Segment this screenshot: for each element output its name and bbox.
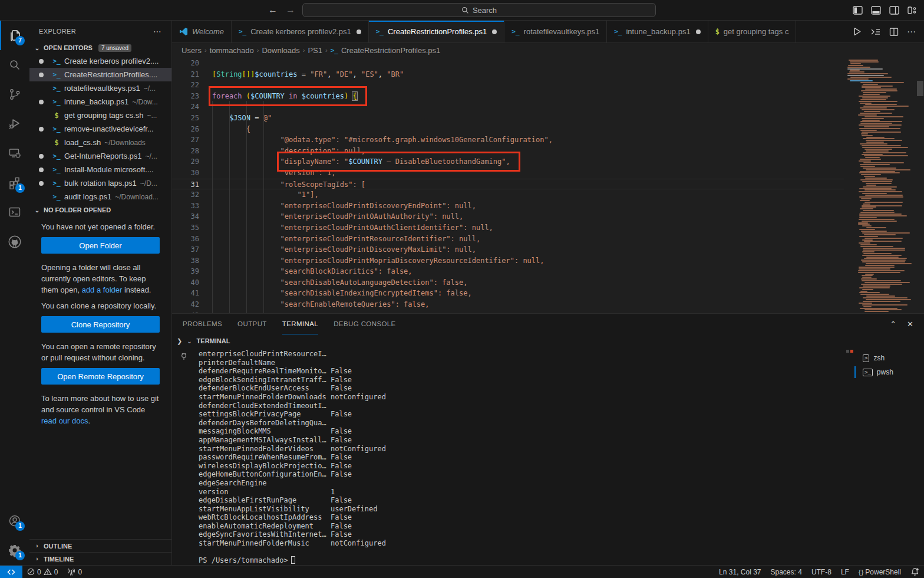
activity-extensions[interactable]: 1 [0,168,29,198]
terminal-instance-zsh[interactable]: >zsh [854,351,924,365]
open-editor-item[interactable]: >_CreateRestrictionProfiles.... [29,68,171,81]
activity-run-debug[interactable] [0,109,29,139]
line-number: 28 [172,146,199,157]
cursor-position[interactable]: Ln 31, Col 37 [714,568,765,576]
status-bar: 0 0 0 Ln 31, Col 37 Spaces: 4 UTF-8 LF {… [0,565,924,578]
line-number: 34 [172,211,199,222]
sidebar-title: EXPLORER [39,28,76,35]
panel-tab-terminal[interactable]: TERMINAL [282,314,318,334]
open-editor-item[interactable]: >_rotatefilevaultkeys.ps1~/... [29,81,171,95]
editor-tab[interactable]: >_Create kerberos profilev2.ps1 [232,21,369,42]
activity-github[interactable] [0,227,29,257]
line-number: 33 [172,201,199,212]
indentation[interactable]: Spaces: 4 [766,568,807,576]
panel-tab-problems[interactable]: PROBLEMS [183,314,222,334]
split-editor-icon[interactable] [889,27,899,37]
terminal-setting-value: False [331,376,352,384]
code-line: 33"enterpriseCloudPrintDiscoveryEndPoint… [172,201,844,212]
activity-settings[interactable]: 1 [0,536,29,565]
powershell-file-icon: >_ [52,57,61,65]
ports-status[interactable]: 0 [62,566,87,578]
toggle-sidebar-icon[interactable] [853,6,863,15]
terminal-setting-name: edgeBlockSendingIntranetTraff… [199,376,331,385]
panel-left-chevron-icon[interactable]: ❯ [177,337,182,345]
breadcrumb-item[interactable]: PS1 [308,46,322,55]
language-icon: { } [859,569,863,576]
panel-maximize-icon[interactable]: ⌃ [890,320,896,329]
open-folder-button[interactable]: Open Folder [41,237,160,254]
open-editor-item[interactable]: >_Create kerberos profilev2.... [29,54,171,68]
terminal-row: enterpriseCloudPrintResourceI… [199,350,845,359]
run-in-terminal-icon[interactable] [870,27,881,37]
more-actions-icon[interactable]: ⋯ [907,27,916,37]
activity-terminal[interactable] [0,198,29,227]
customize-layout-icon[interactable] [908,6,917,15]
clone-repository-button[interactable]: Clone Repository [41,316,160,333]
editor-group: Welcome>_Create kerberos profilev2.ps1>_… [172,21,924,565]
open-editor-item[interactable]: >_remove-unactivedevicefr... [29,122,171,136]
notifications[interactable] [906,567,924,576]
open-editor-item[interactable]: $load_cs.sh~/Downloads [29,136,171,149]
problems-status[interactable]: 0 0 [22,566,62,578]
line-content: [String[]]$countries = "FR", "DE", "ES",… [212,69,404,80]
unsaved-dot-icon [39,100,44,104]
explorer-more-actions-icon[interactable]: ⋯ [153,27,162,36]
panel-close-icon[interactable]: ✕ [907,320,913,329]
scrollbar-thumb[interactable] [917,81,923,96]
open-editor-item[interactable]: >_Get-IntuneReports.ps1~/... [29,149,171,163]
forward-icon[interactable]: → [286,5,295,15]
terminal-tabs-list: >zsh>_pwsh [854,347,924,565]
panel-tab-debug-console[interactable]: DEBUG CONSOLE [334,314,396,334]
language-mode[interactable]: { } PowerShell [854,568,906,576]
activity-accounts[interactable]: 1 [0,506,29,536]
terminal-instance-pwsh[interactable]: >_pwsh [854,365,924,379]
toggle-secondary-sidebar-icon[interactable] [889,6,899,15]
terminal-row: defenderRequireRealTimeMonito…False [199,367,845,376]
line-content: "version": 1, [212,168,336,179]
terminal-row: edgeBlockSendingIntranetTraff…False [199,376,845,385]
encoding[interactable]: UTF-8 [807,568,836,576]
back-icon[interactable]: ← [268,5,278,15]
outline-section-header[interactable]: › OUTLINE [29,539,171,552]
read-our-docs-link[interactable]: read our docs [41,416,88,425]
editor-tab[interactable]: >_rotatefilevaultkeys.ps1 [504,21,607,42]
editor-tab[interactable]: Welcome [172,21,232,42]
activity-explorer[interactable]: 7 [0,21,29,50]
editor-tab[interactable]: >_intune_backup.ps1 [607,21,708,42]
activity-search[interactable] [0,50,29,80]
editor-tab[interactable]: >_CreateRestrictionProfiles.ps1 [369,21,505,42]
remote-explorer-icon [8,146,22,160]
accounts-badge: 1 [15,521,25,531]
activity-source-control[interactable] [0,80,29,109]
open-editor-item[interactable]: >_bulk rotation laps.ps1~/D... [29,176,171,190]
remote-indicator[interactable] [0,566,22,578]
open-editor-item[interactable]: >_Install-Module microsoft.... [29,163,171,176]
open-editors-header[interactable]: ⌄ OPEN EDITORS 7 unsaved [29,41,171,54]
chevron-down-icon[interactable]: ⌄ [187,338,192,344]
panel-tab-output[interactable]: OUTPUT [237,314,267,334]
run-file-icon[interactable] [852,27,862,37]
breadcrumb-item[interactable]: tommachado [210,46,254,55]
editor-scrollbar[interactable] [916,57,924,313]
terminal-body[interactable]: enterpriseCloudPrintResourceI…printerDef… [172,347,924,565]
breadcrumb-item[interactable]: Users [182,46,202,55]
line-content: "enterpriseCloudPrintDiscoveryEndPoint":… [212,201,476,212]
open-editor-item[interactable]: >_audit logs.ps1~/Download... [29,190,171,203]
breadcrumb-file[interactable]: CreateRestrictionProfiles.ps1 [341,46,440,55]
minimap[interactable] [844,57,916,313]
source-control-icon [8,87,22,101]
add-folder-link[interactable]: add a folder [82,285,123,294]
eol-sequence[interactable]: LF [836,568,854,576]
toggle-panel-icon[interactable] [871,6,881,15]
timeline-section-header[interactable]: › TIMELINE [29,552,171,565]
open-editor-item[interactable]: $get grouping tags cs.sh~... [29,109,171,122]
open-remote-repository-button[interactable]: Open Remote Repository [41,368,160,385]
no-folder-header[interactable]: ⌄ NO FOLDER OPENED [29,203,171,216]
editor-tab[interactable]: $get grouping tags c [708,21,797,42]
activity-remote-explorer[interactable] [0,139,29,168]
terminal-prompt[interactable]: PS /Users/tommachado> [199,556,845,565]
editor-pane[interactable]: 2021[String[]]$countries = "FR", "DE", "… [172,57,924,313]
breadcrumb-item[interactable]: Downloads [262,46,299,55]
command-center-search[interactable]: Search [302,3,656,17]
open-editor-item[interactable]: >_intune_backup.ps1~/Dow... [29,95,171,109]
